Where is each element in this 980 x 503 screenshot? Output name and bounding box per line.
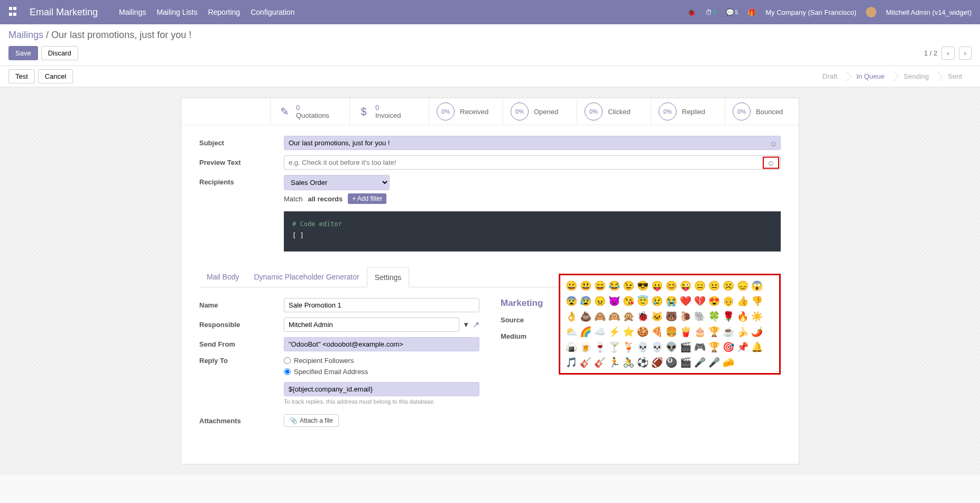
emoji-option[interactable]: 😛 [651,280,663,292]
emoji-option[interactable]: 🍙 [566,341,577,353]
pager-next[interactable]: › [959,46,972,60]
emoji-option[interactable]: ⚡ [608,325,620,338]
emoji-option[interactable]: ☀️ [751,310,763,323]
emoji-option[interactable]: 😀 [566,280,577,292]
test-button[interactable]: Test [8,69,35,83]
emoji-option[interactable]: 🎵 [566,356,577,369]
stat-quotations[interactable]: ✎ 0 Quotations [270,98,349,125]
nav-mailing-lists[interactable]: Mailing Lists [156,8,197,16]
emoji-option[interactable]: 😉 [623,280,634,292]
emoji-option[interactable]: 🎸 [594,356,606,369]
stat-bounced[interactable]: 0% Bounced [725,98,799,125]
emoji-option[interactable]: 🎬 [680,341,691,353]
emoji-option[interactable]: 🍹 [623,341,634,353]
emoji-option[interactable]: 🍌 [737,325,748,338]
emoji-option[interactable]: ⚽ [637,356,649,369]
emoji-option[interactable]: 🐱 [651,310,663,323]
emoji-option[interactable]: 🐻 [665,310,677,323]
cancel-button[interactable]: Cancel [38,69,73,83]
stat-clicked[interactable]: 0% Clicked [577,98,651,125]
emoji-option[interactable]: 💀 [651,341,663,353]
nav-configuration[interactable]: Configuration [251,8,294,16]
emoji-option[interactable]: 👎 [751,295,763,308]
chevron-down-icon[interactable]: ▼ [463,321,469,329]
emoji-option[interactable]: 🔥 [737,310,748,323]
emoji-option[interactable]: 🍺 [580,341,591,353]
status-draft[interactable]: Draft [813,69,847,83]
company-switcher[interactable]: My Company (San Francisco) [765,8,856,16]
name-input[interactable] [284,298,479,312]
emoji-option[interactable]: 📌 [737,341,748,353]
tab-mail-body[interactable]: Mail Body [199,267,246,287]
emoji-option[interactable]: 😞 [737,280,748,292]
avatar[interactable] [866,7,876,17]
emoji-option[interactable]: 👴 [723,295,734,308]
emoji-option[interactable]: 🏆 [708,325,720,338]
emoji-option[interactable]: 🌹 [723,310,734,323]
bug-icon[interactable]: 🐞 [687,8,696,16]
emoji-option[interactable]: 😱 [751,280,763,292]
emoji-option[interactable]: 😑 [694,280,706,292]
emoji-option[interactable]: ⛅ [566,325,577,338]
emoji-option[interactable]: ☹️ [723,280,734,292]
emoji-option[interactable]: 🍪 [637,325,649,338]
emoji-option[interactable]: 👍 [737,295,748,308]
emoji-option[interactable]: 💀 [637,341,649,353]
emoji-option[interactable]: 🎂 [694,325,706,338]
emoji-option[interactable]: 🏈 [651,356,663,369]
emoji-option[interactable]: 😄 [594,280,606,292]
emoji-option[interactable]: 🎸 [580,356,591,369]
tab-dynamic-placeholder[interactable]: Dynamic Placeholder Generator [246,267,366,287]
emoji-option[interactable]: 🌶️ [751,325,763,338]
emoji-option[interactable]: 🐘 [694,310,706,323]
attach-file-button[interactable]: 📎 Attach a file [284,414,339,427]
emoji-option[interactable]: 😍 [708,295,720,308]
emoji-option[interactable]: 👌 [566,310,577,323]
preview-input[interactable] [284,155,781,170]
external-link-icon[interactable]: ↗ [473,320,479,330]
chat-icon[interactable]: 💬5 [726,8,738,16]
emoji-option[interactable]: 🙊 [623,310,634,323]
sendfrom-input[interactable] [284,337,479,351]
replyto-specified-radio[interactable] [284,368,291,375]
emoji-option[interactable]: 🎯 [723,341,734,353]
emoji-option[interactable]: 🍕 [651,325,663,338]
emoji-option[interactable]: ❤️ [680,295,691,308]
emoji-icon[interactable]: ☺ [770,138,778,147]
apps-icon[interactable] [8,6,20,18]
stat-received[interactable]: 0% Received [429,98,503,125]
emoji-option[interactable]: 💔 [694,295,706,308]
emoji-option[interactable]: 🏆 [708,341,720,353]
status-inqueue[interactable]: In Queue [847,69,894,83]
emoji-option[interactable]: 🎬 [680,356,691,369]
emoji-option[interactable]: 🙉 [608,310,620,323]
emoji-option[interactable]: 😨 [566,295,577,308]
clock-icon[interactable]: ⏱5 [705,8,716,16]
emoji-option[interactable]: 👽 [665,341,677,353]
emoji-option[interactable]: 😈 [608,295,620,308]
emoji-option[interactable]: 🙈 [594,310,606,323]
tab-settings[interactable]: Settings [367,267,410,287]
breadcrumb-root[interactable]: Mailings [8,30,43,40]
emoji-option[interactable]: 🐌 [680,310,691,323]
nav-mailings[interactable]: Mailings [119,8,146,16]
emoji-option[interactable]: 🎱 [665,356,677,369]
emoji-option[interactable]: 😘 [623,295,634,308]
emoji-option[interactable]: 😰 [580,295,591,308]
emoji-option[interactable]: 🎤 [694,356,706,369]
status-sent[interactable]: Sent [938,69,972,83]
subject-input[interactable] [284,136,781,150]
emoji-option[interactable]: 😭 [665,295,677,308]
stat-invoiced[interactable]: $ 0 Invoiced [349,98,429,125]
recipients-select[interactable]: Sales Order [284,175,390,190]
add-filter-button[interactable]: + Add filter [348,193,386,204]
emoji-option[interactable]: ☁️ [594,325,606,338]
stat-opened[interactable]: 0% Opened [503,98,577,125]
emoji-option[interactable]: 🏃 [608,356,620,369]
save-button[interactable]: Save [8,46,38,60]
emoji-option[interactable]: ☕ [723,325,734,338]
emoji-option[interactable]: 🎮 [694,341,706,353]
emoji-option[interactable]: 😎 [637,280,649,292]
emoji-option[interactable]: 🍷 [594,341,606,353]
emoji-option[interactable]: 💩 [580,310,591,323]
